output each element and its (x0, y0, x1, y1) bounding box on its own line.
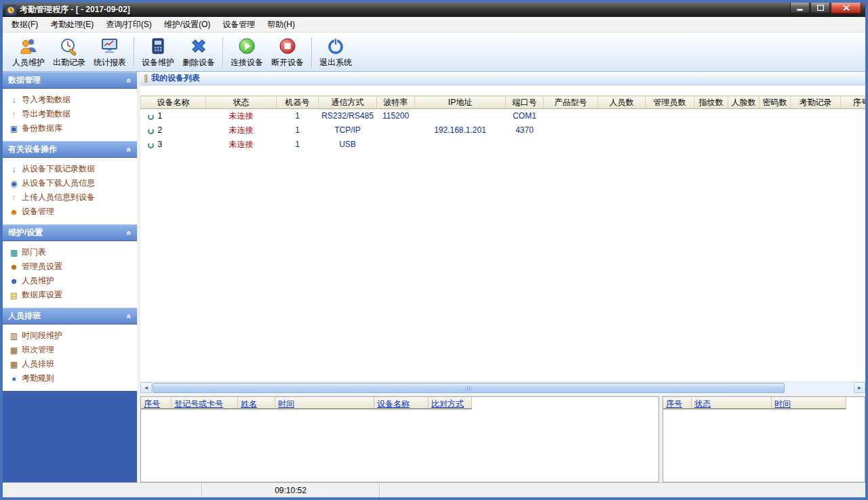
exit-system-button[interactable]: 退出系统 (315, 34, 356, 70)
cell (646, 138, 694, 152)
sidebar-item-label: 考勤规则 (22, 373, 54, 384)
col-serial[interactable]: 序号 (141, 397, 172, 409)
section-list: 从设备下载记录数据 从设备下载人员信息 上传人员信息到设备 设备管理 (3, 158, 137, 224)
sidebar-item-label: 导入考勤数据 (22, 94, 71, 106)
device-maintain-button[interactable]: 设备维护 (138, 34, 178, 70)
toolbar-label: 人员维护 (12, 57, 45, 68)
col-time[interactable]: 时间 (772, 397, 846, 409)
sidebar-item-personnel-maintain[interactable]: 人员维护 (3, 274, 137, 288)
sidebar-filler (3, 391, 137, 482)
bottom-panels: 序号 登记号或卡号 姓名 时间 设备名称 比对方式 序号 状态 时间 (140, 396, 865, 482)
sidebar-item-database-settings[interactable]: 数据库设置 (3, 288, 137, 302)
col-status[interactable]: 状态 (692, 397, 772, 409)
col-enroll-or-card-no[interactable]: 登记号或卡号 (172, 397, 238, 409)
col-device-name[interactable]: 设备名称 (141, 96, 206, 109)
cell (544, 138, 598, 152)
col-password-count[interactable]: 密码数 (760, 96, 791, 109)
menu-attendance-processing[interactable]: 考勤处理(E) (44, 17, 100, 33)
menu-query-print[interactable]: 查询/打印(S) (100, 17, 157, 33)
scroll-left-button[interactable]: ◄ (140, 382, 152, 393)
col-name[interactable]: 姓名 (238, 397, 275, 409)
menu-help[interactable]: 帮助(H) (261, 17, 301, 33)
section-header-maintain-settings[interactable]: 维护/设置 « (3, 224, 137, 241)
col-face-count[interactable]: 人脸数 (728, 96, 760, 109)
col-fingerprint-count[interactable]: 指纹数 (694, 96, 728, 109)
cell (760, 138, 791, 152)
device-row[interactable]: 3 未连接 1 USB (141, 138, 866, 152)
maximize-button[interactable] (810, 3, 830, 14)
col-attendance-records[interactable]: 考勤记录 (791, 96, 841, 109)
exit-system-icon (326, 36, 345, 56)
col-serial[interactable]: 序号 (841, 96, 866, 109)
col-machine-no[interactable]: 机器号 (277, 96, 319, 109)
sidebar-item-time-period[interactable]: 时间段维护 (3, 329, 137, 343)
statistics-report-button[interactable]: 统计报表 (90, 34, 130, 70)
col-admin-count[interactable]: 管理员数 (646, 96, 694, 109)
col-verify-mode[interactable]: 比对方式 (429, 397, 472, 409)
scrollbar-thumb[interactable] (153, 383, 785, 393)
cell (694, 123, 728, 138)
sidebar-item-admin-settings[interactable]: 管理员设置 (3, 259, 137, 274)
realtime-records-panel: 序号 登记号或卡号 姓名 时间 设备名称 比对方式 (140, 396, 659, 482)
time-period-icon (8, 332, 20, 340)
disconnect-device-icon (278, 36, 297, 56)
section-header-device-operations[interactable]: 有关设备操作 « (3, 141, 137, 158)
cell (760, 123, 791, 138)
connect-device-button[interactable]: 连接设备 (226, 34, 267, 70)
col-device-name[interactable]: 设备名称 (374, 397, 429, 409)
sidebar-item-personnel-schedule[interactable]: 人员排班 (3, 357, 137, 371)
delete-device-button[interactable]: 删除设备 (178, 34, 219, 70)
sidebar-item-label: 数据库设置 (22, 289, 62, 301)
device-list-panel-header: 我的设备列表 (140, 72, 865, 85)
col-baud-rate[interactable]: 波特率 (377, 96, 415, 109)
status-table-body (663, 409, 865, 482)
status-bar: 09:10:52 (3, 482, 865, 497)
col-port[interactable]: 端口号 (506, 96, 544, 109)
horizontal-scrollbar[interactable]: ◄ ► (140, 381, 865, 393)
minimize-button[interactable] (790, 3, 810, 14)
disconnect-device-button[interactable]: 断开设备 (267, 34, 308, 70)
sidebar-item-export-attendance-data[interactable]: 导出考勤数据 (3, 107, 137, 121)
menu-data[interactable]: 数据(F) (5, 17, 44, 33)
cell (841, 138, 866, 152)
sidebar-item-device-management[interactable]: 设备管理 (3, 205, 137, 219)
section-title: 有关设备操作 (8, 144, 57, 155)
section-header-data-management[interactable]: 数据管理 « (3, 72, 137, 89)
attendance-record-icon (60, 36, 79, 56)
col-product-model[interactable]: 产品型号 (544, 96, 598, 109)
sidebar-item-attendance-rules[interactable]: 考勤规则 (3, 371, 137, 386)
close-button[interactable] (831, 3, 861, 14)
sidebar-item-shift-management[interactable]: 班次管理 (3, 343, 137, 357)
scroll-right-button[interactable]: ► (854, 382, 865, 393)
toolbar-label: 退出系统 (319, 57, 352, 68)
collapse-chevron-icon[interactable]: « (125, 147, 134, 152)
col-ip-address[interactable]: IP地址 (415, 96, 506, 109)
app-icon[interactable] (5, 5, 16, 16)
cell: TCP/IP (319, 123, 377, 138)
sidebar-item-backup-database[interactable]: 备份数据库 (3, 121, 137, 136)
col-status[interactable]: 状态 (206, 96, 277, 109)
col-serial[interactable]: 序号 (663, 397, 692, 409)
col-comm-mode[interactable]: 通信方式 (319, 96, 377, 109)
collapse-chevron-icon[interactable]: « (125, 78, 134, 83)
title-bar[interactable]: 考勤管理程序 - [ - 2017-09-02] (3, 3, 865, 17)
attendance-record-button[interactable]: 出勤记录 (49, 34, 90, 70)
sidebar-item-upload-personnel[interactable]: 上传人员信息到设备 (3, 190, 137, 205)
cell (841, 123, 866, 138)
sidebar-item-department-table[interactable]: 部门表 (3, 245, 137, 259)
collapse-chevron-icon[interactable]: « (125, 230, 134, 235)
sidebar-item-download-personnel[interactable]: 从设备下载人员信息 (3, 176, 137, 190)
menu-device-management[interactable]: 设备管理 (216, 17, 261, 33)
col-time[interactable]: 时间 (275, 397, 374, 409)
col-personnel-count[interactable]: 人员数 (598, 96, 646, 109)
device-row[interactable]: 1 未连接 1 RS232/RS485 115200 COM1 (141, 109, 866, 123)
collapse-chevron-icon[interactable]: « (125, 314, 134, 318)
sidebar-item-import-attendance-data[interactable]: 导入考勤数据 (3, 93, 137, 107)
scrollbar-track[interactable] (152, 382, 854, 393)
device-row[interactable]: 2 未连接 1 TCP/IP 192.168.1.201 4370 (141, 123, 866, 138)
import-data-icon (8, 96, 20, 104)
menu-maintain-settings[interactable]: 维护/设置(O) (158, 17, 217, 33)
sidebar-item-download-records[interactable]: 从设备下载记录数据 (3, 162, 137, 176)
personnel-maintain-button[interactable]: 人员维护 (8, 34, 49, 70)
section-header-personnel-schedule[interactable]: 人员排班 « (3, 308, 137, 325)
